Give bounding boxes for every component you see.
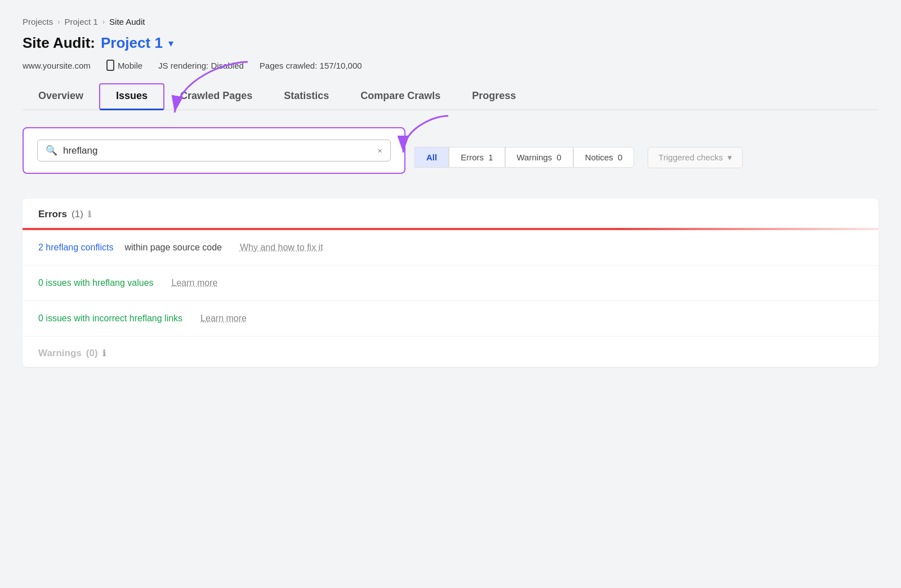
filter-row: 🔍 × All Errors 1 Warnings 0 Notices 0 xyxy=(23,127,878,187)
breadcrumb-project1[interactable]: Project 1 xyxy=(65,17,98,26)
filter-all-button[interactable]: All xyxy=(414,147,449,168)
issue-row-1: 2 hreflang conflicts within page source … xyxy=(23,230,878,266)
page-title-label: Site Audit: xyxy=(23,34,95,52)
filter-warnings-button[interactable]: Warnings 0 xyxy=(505,147,573,168)
errors-count: 1 xyxy=(488,152,493,162)
triggered-checks-arrow-icon: ▾ xyxy=(728,152,732,163)
breadcrumb-sep-2: › xyxy=(102,17,105,26)
filter-notices-button[interactable]: Notices 0 xyxy=(573,147,635,168)
title-row: Site Audit: Project 1 ▾ xyxy=(23,34,878,52)
issue-row-3: 0 issues with incorrect hreflang links L… xyxy=(23,301,878,336)
learn-more-link-2[interactable]: Learn more xyxy=(172,278,218,288)
clear-search-icon[interactable]: × xyxy=(377,146,382,155)
search-input-wrapper[interactable]: 🔍 × xyxy=(37,140,391,161)
learn-more-link-3[interactable]: Learn more xyxy=(200,313,247,324)
tab-crawled-pages[interactable]: Crawled Pages xyxy=(164,84,268,110)
project-dropdown-icon[interactable]: ▾ xyxy=(168,37,173,50)
tab-issues-wrapper: Issues xyxy=(99,83,164,110)
issue-link-3[interactable]: 0 issues with incorrect hreflang links xyxy=(38,313,182,324)
device-badge: Mobile xyxy=(106,60,142,71)
issues-section: Errors (1) ℹ 2 hreflang conflicts within… xyxy=(23,199,878,367)
warnings-heading-count: (0) xyxy=(86,348,98,359)
tab-compare-crawls[interactable]: Compare Crawls xyxy=(345,84,456,110)
filter-buttons-area: All Errors 1 Warnings 0 Notices 0 xyxy=(414,147,634,168)
search-section: 🔍 × xyxy=(23,127,405,174)
filter-errors-button[interactable]: Errors 1 xyxy=(449,147,505,168)
site-meta: www.yoursite.com Mobile JS rendering: Di… xyxy=(23,60,878,71)
breadcrumb-current: Site Audit xyxy=(109,17,145,26)
why-fix-link-1[interactable]: Why and how to fix it xyxy=(240,243,323,253)
triggered-checks-label: Triggered checks xyxy=(658,152,723,162)
project-name[interactable]: Project 1 xyxy=(101,34,163,52)
errors-section-header: Errors (1) ℹ xyxy=(23,199,878,228)
tabs-bar: Overview Issues Crawled Pages Statistics… xyxy=(23,83,878,110)
mobile-icon xyxy=(106,60,114,71)
notices-count: 0 xyxy=(618,152,622,162)
issue-link-2[interactable]: 0 issues with hreflang values xyxy=(38,278,154,288)
issue-link-1[interactable]: 2 hreflang conflicts xyxy=(38,243,113,253)
search-icon: 🔍 xyxy=(46,145,57,156)
triggered-checks-dropdown[interactable]: Triggered checks ▾ xyxy=(648,147,743,168)
breadcrumb: Projects › Project 1 › Site Audit xyxy=(23,17,878,26)
pages-crawled: Pages crawled: 157/10,000 xyxy=(260,61,362,70)
search-input[interactable] xyxy=(63,145,372,156)
tab-statistics[interactable]: Statistics xyxy=(268,84,345,110)
tab-overview[interactable]: Overview xyxy=(23,84,99,110)
issue-text-1: within page source code xyxy=(124,243,222,253)
js-rendering: JS rendering: Disabled xyxy=(158,61,244,70)
errors-info-icon[interactable]: ℹ xyxy=(88,209,91,219)
device-label: Mobile xyxy=(118,61,142,70)
tab-progress[interactable]: Progress xyxy=(456,84,532,110)
breadcrumb-sep-1: › xyxy=(57,17,60,26)
warnings-heading: Warnings xyxy=(38,348,82,359)
warnings-count: 0 xyxy=(556,152,561,162)
site-url: www.yoursite.com xyxy=(23,61,91,70)
breadcrumb-projects[interactable]: Projects xyxy=(23,17,53,26)
warnings-section-header: Warnings (0) ℹ xyxy=(23,336,878,367)
warnings-info-icon[interactable]: ℹ xyxy=(102,348,106,358)
errors-heading: Errors xyxy=(38,209,67,220)
issue-row-2: 0 issues with hreflang values Learn more xyxy=(23,266,878,301)
errors-heading-count: (1) xyxy=(72,209,83,220)
tab-issues[interactable]: Issues xyxy=(100,84,163,110)
